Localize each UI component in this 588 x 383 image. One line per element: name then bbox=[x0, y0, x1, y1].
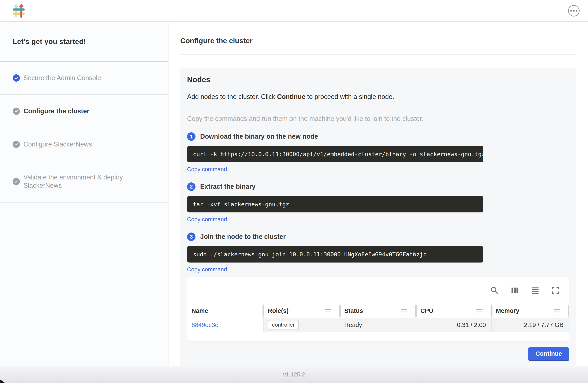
admin-console-page: Let's get you started! Secure the Admin … bbox=[0, 0, 588, 383]
check-circle-icon bbox=[13, 74, 20, 82]
step-3-copy-command-link[interactable]: Copy command bbox=[187, 266, 227, 273]
density-icon[interactable] bbox=[531, 286, 539, 295]
step-2-number-badge: 2 bbox=[187, 182, 195, 191]
sidebar-step-label: Secure the Admin Console bbox=[23, 74, 101, 82]
table-row[interactable]: 8849ec3c controller Ready 0.31 / 2.00 2.… bbox=[187, 318, 569, 332]
step-2-command-block: tar -xvf slackernews-gnu.tgz bbox=[187, 196, 483, 213]
continue-button[interactable]: Continue bbox=[528, 347, 569, 361]
cell-cpu: 0.31 / 2.00 bbox=[416, 318, 491, 332]
step-1-copy-command-link[interactable]: Copy command bbox=[187, 166, 227, 173]
column-menu-icon[interactable] bbox=[401, 309, 407, 312]
card-actions: Continue bbox=[187, 347, 569, 361]
title-divider bbox=[180, 55, 576, 55]
table-toolbar bbox=[187, 277, 569, 304]
sidebar-step-label: Configure the cluster bbox=[23, 107, 89, 115]
copy-commands-hint: Copy the commands and run them on the ma… bbox=[187, 115, 569, 123]
step-2-title: Extract the binary bbox=[200, 183, 255, 191]
step-3-command: sudo ./slackernews-gnu join 10.0.0.11:30… bbox=[193, 251, 426, 258]
content-row: Let's get you started! Secure the Admin … bbox=[0, 22, 588, 366]
nodes-table: Name Role(s) Status bbox=[187, 277, 569, 341]
column-menu-icon[interactable] bbox=[325, 309, 331, 312]
cell-roles: controller bbox=[263, 318, 340, 332]
column-resize-handle[interactable] bbox=[263, 305, 264, 317]
nodes-heading: Nodes bbox=[187, 75, 569, 84]
slackernews-logo-icon bbox=[12, 3, 25, 18]
step-3-title: Join the node to the cluster bbox=[200, 233, 286, 240]
cursor-artifact bbox=[0, 379, 5, 383]
column-header-roles[interactable]: Role(s) bbox=[263, 304, 340, 318]
divider bbox=[0, 202, 168, 202]
check-circle-icon bbox=[13, 107, 20, 115]
column-menu-icon[interactable] bbox=[476, 309, 483, 312]
sidebar-step-label: Configure SlackerNews bbox=[23, 140, 92, 149]
main-panel: Configure the cluster Nodes Add nodes to… bbox=[168, 22, 588, 366]
step-3-command-block: sudo ./slackernews-gnu join 10.0.0.11:30… bbox=[187, 246, 483, 262]
search-icon[interactable] bbox=[490, 286, 499, 295]
check-circle-icon bbox=[13, 141, 20, 148]
version-label: v1.125.2 bbox=[283, 371, 305, 378]
step-1-heading: 1 Download the binary on the new node bbox=[187, 132, 569, 141]
step-2-copy-command-link[interactable]: Copy command bbox=[187, 216, 227, 223]
overflow-menu-button[interactable] bbox=[568, 5, 580, 17]
step-2-heading: 2 Extract the binary bbox=[187, 182, 569, 191]
node-name-link[interactable]: 8849ec3c bbox=[191, 321, 218, 328]
step-3-number-badge: 3 bbox=[187, 233, 195, 241]
nodes-card: Nodes Add nodes to the cluster. Click Co… bbox=[180, 68, 576, 366]
table-bottom-padding bbox=[187, 332, 569, 341]
footer: v1.125.2 bbox=[0, 366, 588, 383]
column-menu-icon[interactable] bbox=[554, 309, 560, 312]
step-1-number-badge: 1 bbox=[187, 132, 195, 141]
top-bar bbox=[0, 0, 588, 22]
step-2-command: tar -xvf slackernews-gnu.tgz bbox=[193, 201, 289, 208]
fullscreen-icon[interactable] bbox=[551, 286, 560, 295]
cell-name: 8849ec3c bbox=[187, 318, 263, 332]
column-resize-handle[interactable] bbox=[568, 305, 569, 317]
sidebar-step-configure-slackernews[interactable]: Configure SlackerNews bbox=[0, 128, 168, 161]
sidebar-step-secure-admin-console[interactable]: Secure the Admin Console bbox=[0, 62, 168, 94]
cell-status: Ready bbox=[340, 318, 416, 332]
check-circle-icon bbox=[13, 178, 20, 185]
column-header-memory[interactable]: Memory bbox=[491, 304, 569, 318]
nodes-intro-text: Add nodes to the cluster. Click Continue… bbox=[187, 93, 569, 101]
sidebar-step-configure-cluster[interactable]: Configure the cluster bbox=[0, 95, 168, 128]
table-header-row: Name Role(s) Status bbox=[187, 304, 569, 318]
step-3-heading: 3 Join the node to the cluster bbox=[187, 233, 569, 241]
step-1-command: curl -k https://10.0.0.11:30000/api/v1/e… bbox=[193, 151, 485, 157]
column-header-status[interactable]: Status bbox=[340, 304, 416, 318]
column-resize-handle[interactable] bbox=[339, 305, 341, 317]
column-resize-handle[interactable] bbox=[491, 305, 492, 317]
step-1-command-block: curl -k https://10.0.0.11:30000/api/v1/e… bbox=[187, 146, 483, 162]
role-chip: controller bbox=[268, 320, 299, 330]
column-header-cpu[interactable]: CPU bbox=[416, 304, 491, 318]
columns-icon[interactable] bbox=[511, 286, 519, 295]
setup-steps-sidebar: Let's get you started! Secure the Admin … bbox=[0, 22, 168, 366]
column-header-name[interactable]: Name bbox=[187, 304, 263, 318]
cell-memory: 2.19 / 7.77 GB bbox=[491, 318, 569, 332]
step-1-title: Download the binary on the new node bbox=[200, 133, 318, 140]
sidebar-heading: Let's get you started! bbox=[0, 22, 168, 61]
ellipsis-icon bbox=[570, 10, 572, 12]
sidebar-step-label: Validate the environment & deploy Slacke… bbox=[23, 173, 138, 190]
column-resize-handle[interactable] bbox=[415, 305, 417, 317]
sidebar-step-validate-deploy[interactable]: Validate the environment & deploy Slacke… bbox=[0, 161, 168, 202]
page-title: Configure the cluster bbox=[180, 37, 576, 45]
